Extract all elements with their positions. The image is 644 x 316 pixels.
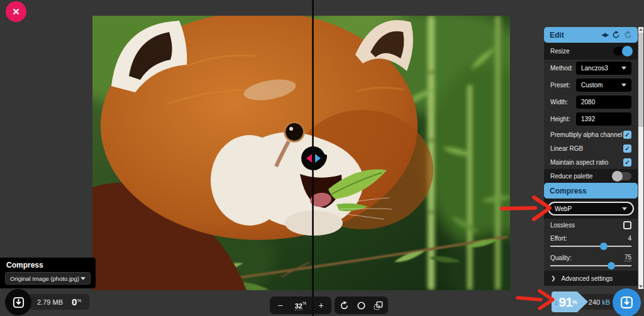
reduce-palette-toggle[interactable] — [613, 172, 631, 180]
advanced-settings-label: Advanced settings — [562, 275, 613, 282]
edit-panel-header: Edit ◀▶ — [544, 27, 638, 43]
close-icon: ✕ — [12, 6, 20, 18]
codec-value: WebP — [555, 205, 572, 212]
source-image-select[interactable]: Original Image (photo.jpg) — [5, 272, 91, 285]
reduce-palette-label: Reduce palette — [550, 173, 592, 180]
handle-right-arrow-icon — [315, 154, 321, 163]
method-select[interactable]: Lanczos3 — [576, 62, 631, 75]
resize-toggle[interactable] — [613, 47, 631, 55]
quality-value[interactable]: 75 — [625, 254, 631, 261]
zoom-level-value: 32 — [295, 302, 303, 310]
toggle-knob — [612, 171, 623, 182]
annotation-arrow-savings — [516, 288, 556, 312]
delta-unit: % — [77, 298, 81, 303]
download-icon — [619, 295, 634, 310]
check-icon: ✓ — [625, 145, 630, 152]
red-panda-photo — [92, 16, 510, 290]
original-delta: 0% — [72, 297, 81, 307]
left-options-panel: Compress Original Image (photo.jpg) — [0, 258, 96, 288]
linear-rgb-row: Linear RGB ✓ — [544, 141, 638, 155]
resize-label: Resize — [550, 48, 570, 55]
panel-scrollbar[interactable] — [638, 27, 643, 289]
linear-rgb-label: Linear RGB — [550, 145, 583, 152]
background-toggle-button[interactable] — [353, 297, 370, 314]
squoosh-app-window: ✕ Edit ◀▶ Resize Method: — [0, 0, 644, 316]
zoom-level-unit: % — [303, 301, 306, 305]
width-input[interactable]: 2080 — [576, 95, 631, 109]
quality-slider[interactable] — [550, 261, 631, 271]
effort-slider-thumb[interactable] — [600, 242, 608, 250]
download-original-button[interactable] — [5, 289, 31, 315]
swap-sides-icon[interactable]: ◀▶ — [602, 32, 608, 38]
circle-icon — [357, 301, 366, 310]
original-size-readout: 2.79 MB 0% — [29, 294, 89, 310]
effort-label: Effort: — [550, 235, 567, 242]
premultiply-checkbox[interactable]: ✓ — [623, 131, 631, 139]
aspect-ratio-checkbox[interactable]: ✓ — [623, 158, 631, 166]
compress-section-title: Compress — [550, 187, 587, 195]
height-input[interactable]: 1392 — [576, 112, 631, 126]
preset-label: Preset: — [550, 82, 570, 89]
premultiply-row: Premultiply alpha channel ✓ — [544, 128, 638, 141]
download-compressed-button[interactable] — [613, 288, 641, 316]
zoom-level[interactable]: 32% — [289, 300, 312, 311]
slider-track — [550, 246, 631, 247]
check-icon: ✓ — [625, 131, 630, 138]
scroll-up-icon[interactable] — [639, 28, 643, 31]
effort-row: Effort: 4 — [544, 232, 638, 242]
height-row: Height: 1392 — [544, 111, 638, 128]
image-canvas[interactable] — [92, 16, 510, 290]
premultiply-label: Premultiply alpha channel — [550, 131, 623, 138]
height-value: 1392 — [581, 116, 595, 123]
quality-slider-thumb[interactable] — [608, 262, 615, 270]
savings-percent: 91 — [559, 295, 572, 310]
aspect-ratio-label: Maintain aspect ratio — [550, 159, 608, 166]
close-button[interactable]: ✕ — [6, 1, 26, 22]
scroll-down-icon[interactable] — [639, 285, 643, 288]
chevron-right-icon: ❯ — [551, 275, 556, 281]
quality-label: Quality: — [550, 254, 572, 261]
height-label: Height: — [550, 116, 570, 123]
compressed-size-unit: kB — [602, 298, 610, 306]
advanced-settings-toggle[interactable]: ❯ Advanced settings — [544, 271, 638, 286]
zoom-in-button[interactable]: + — [312, 297, 330, 314]
savings-unit: % — [572, 299, 577, 305]
lossless-checkbox[interactable] — [623, 221, 631, 229]
resize-row: Resize — [544, 43, 638, 60]
effort-slider[interactable] — [550, 242, 631, 251]
method-row: Method: Lanczos3 — [544, 60, 638, 77]
preset-select[interactable]: Custom — [576, 79, 631, 92]
lossless-row: Lossless — [544, 219, 638, 232]
lossless-label: Lossless — [550, 222, 575, 229]
scrollbar-thumb[interactable] — [638, 33, 643, 127]
width-label: Width: — [550, 99, 568, 106]
check-icon: ✓ — [625, 159, 630, 166]
edit-options-panel: Edit ◀▶ Resize Method: Lanczo — [544, 27, 638, 286]
copy-settings-right-icon[interactable] — [624, 31, 632, 39]
rotate-icon — [340, 301, 349, 310]
rotate-button[interactable] — [336, 297, 353, 314]
preset-row: Preset: Custom — [544, 77, 638, 94]
method-value: Lanczos3 — [581, 65, 608, 72]
compare-icon — [374, 301, 383, 310]
zoom-out-button[interactable]: − — [271, 297, 289, 314]
copy-settings-left-icon[interactable] — [612, 31, 620, 39]
compress-section-header: Compress — [544, 183, 638, 199]
source-image-value: Original Image (photo.jpg) — [10, 275, 79, 282]
edit-panel-title: Edit — [550, 31, 564, 40]
compare-view-button[interactable] — [370, 297, 387, 314]
preset-value: Custom — [581, 82, 602, 89]
linear-rgb-checkbox[interactable]: ✓ — [623, 144, 631, 153]
chevron-down-icon — [621, 67, 626, 70]
compressed-file-size: 240 — [589, 298, 600, 306]
quality-row: Quality: 75 — [544, 251, 638, 261]
annotation-arrow-codec — [500, 195, 553, 222]
reduce-palette-row: Reduce palette — [544, 169, 638, 183]
comparison-drag-handle[interactable] — [301, 146, 325, 170]
codec-select[interactable]: WebP — [548, 202, 634, 215]
chevron-down-icon — [622, 207, 627, 210]
width-value: 2080 — [581, 99, 595, 106]
chevron-down-icon — [80, 277, 86, 280]
original-file-size: 2.79 MB — [37, 298, 63, 306]
method-label: Method: — [550, 65, 573, 72]
